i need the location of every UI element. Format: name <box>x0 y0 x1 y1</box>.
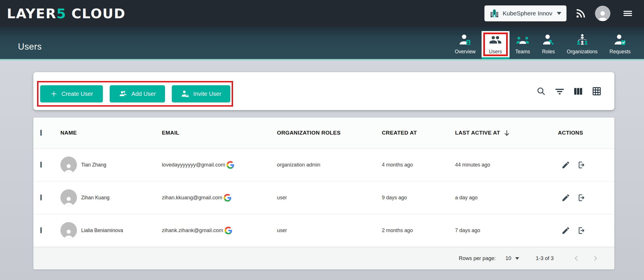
user-name: Zihan Kuang <box>81 195 109 201</box>
edit-icon[interactable] <box>561 193 570 202</box>
create-user-button[interactable]: Create User <box>40 85 103 102</box>
search-icon[interactable] <box>536 86 546 96</box>
last-active-at: 7 days ago <box>455 228 558 234</box>
filter-icon[interactable] <box>555 86 564 96</box>
logo-text-layer: LAYER <box>7 7 56 20</box>
organization-selector[interactable]: KubeSphere Innov <box>484 5 566 21</box>
tab-teams[interactable]: Teams <box>510 33 536 59</box>
tab-label: Overview <box>455 49 476 55</box>
grid-view-icon[interactable] <box>592 86 602 96</box>
logout-icon[interactable] <box>578 161 586 169</box>
created-at: 4 months ago <box>382 162 455 168</box>
row-checkbox[interactable] <box>40 227 42 233</box>
nav-tabs: Overview Users <box>449 31 644 59</box>
column-header-org-roles[interactable]: ORGANIZATION ROLES <box>277 130 382 136</box>
table-row: Zihan Kuang zihan.kkuang@gmail.com user … <box>33 181 614 214</box>
tab-label: Organizations <box>567 49 598 55</box>
hamburger-menu-icon[interactable] <box>622 9 633 18</box>
rss-icon[interactable] <box>575 8 586 19</box>
org-chart-icon <box>576 33 589 46</box>
pagination-range-label: 1-3 of 3 <box>536 255 554 261</box>
org-roles: user <box>277 195 382 201</box>
user-email: zihank.zihank@gmail.com <box>162 227 223 234</box>
organization-selector-label: KubeSphere Innov <box>503 10 552 17</box>
add-user-button[interactable]: Add User <box>110 85 165 102</box>
group-add-icon <box>119 90 127 98</box>
column-header-last-active-at[interactable]: LAST ACTIVE AT <box>455 129 558 137</box>
org-roles: user <box>277 228 382 234</box>
button-label: Add User <box>131 90 156 97</box>
active-tab-underline <box>482 57 510 59</box>
invite-user-button[interactable]: Invite User <box>172 85 230 102</box>
users-toolbar: Create User Add User <box>33 72 614 110</box>
edit-icon[interactable] <box>561 226 570 235</box>
tab-overview[interactable]: Overview <box>449 33 482 59</box>
column-header-email[interactable]: EMAIL <box>162 130 277 136</box>
button-label: Invite User <box>193 90 221 97</box>
logo-text-cloud: CLOUD <box>72 7 126 20</box>
google-icon <box>224 194 231 202</box>
tab-organizations[interactable]: Organizations <box>561 33 604 59</box>
user-email: zihan.kkuang@gmail.com <box>162 194 222 201</box>
rows-per-page-select[interactable]: 10 <box>506 255 519 261</box>
person-mail-icon <box>181 90 189 98</box>
tab-label: Teams <box>515 49 530 55</box>
last-active-at: a day ago <box>455 195 558 201</box>
chevron-down-icon <box>557 12 561 15</box>
google-icon <box>225 227 232 234</box>
tab-label: Roles <box>542 49 555 55</box>
avatar <box>60 157 77 173</box>
table-row: Tian Zhang lovedayyyyyyy@gmail.com organ… <box>33 149 614 181</box>
row-checkbox[interactable] <box>40 194 42 200</box>
tab-users[interactable]: Users <box>482 31 510 59</box>
layer5-cloud-logo[interactable]: LAYER5 CLOUD <box>7 7 126 20</box>
tab-label: Users <box>489 49 502 55</box>
tab-roles[interactable]: Roles <box>536 33 561 59</box>
logout-icon[interactable] <box>578 226 586 235</box>
chevron-right-icon[interactable] <box>592 255 599 262</box>
arrow-down-icon <box>503 129 511 137</box>
user-email: lovedayyyyyyy@gmail.com <box>162 162 225 168</box>
edit-icon[interactable] <box>561 161 570 169</box>
column-header-created-at[interactable]: CREATED AT <box>382 130 455 136</box>
section-navbar: Users Overview Users <box>0 27 644 60</box>
users-table: NAME EMAIL ORGANIZATION ROLES CREATED AT… <box>33 117 614 269</box>
people-icon <box>489 33 502 46</box>
user-name: Lialia Beniaminova <box>81 228 123 234</box>
table-header-row: NAME EMAIL ORGANIZATION ROLES CREATED AT… <box>33 117 614 149</box>
logo-text-5: 5 <box>56 7 66 20</box>
toolbar-buttons: Create User Add User <box>40 85 230 102</box>
building-icon <box>490 9 499 18</box>
view-columns-icon[interactable] <box>573 86 583 96</box>
avatar <box>60 222 77 239</box>
tab-requests[interactable]: Requests <box>604 33 637 59</box>
org-roles: organization admin <box>277 162 382 168</box>
user-name: Tian Zhang <box>81 162 106 168</box>
user-avatar-icon[interactable] <box>595 6 610 21</box>
created-at: 9 days ago <box>382 195 455 201</box>
avatar <box>60 189 77 206</box>
column-header-actions: ACTIONS <box>558 130 614 136</box>
last-active-at: 44 minutes ago <box>455 162 558 168</box>
created-at: 2 months ago <box>382 228 455 234</box>
team-icon <box>516 33 529 46</box>
google-icon <box>227 161 234 169</box>
button-label: Create User <box>62 90 93 97</box>
top-app-bar: LAYER5 CLOUD <box>0 0 644 27</box>
page-title: Users <box>18 42 42 52</box>
table-row: Lialia Beniaminova zihank.zihank@gmail.c… <box>33 214 614 247</box>
person-key-icon <box>542 33 555 46</box>
chevron-left-icon[interactable] <box>573 255 580 262</box>
table-pagination: Rows per page: 10 1-3 of 3 <box>33 247 614 269</box>
table-tools <box>536 86 602 96</box>
plus-icon <box>50 90 58 98</box>
tab-label: Requests <box>610 49 631 55</box>
column-header-name[interactable]: NAME <box>60 130 162 136</box>
chevron-down-icon <box>515 257 519 260</box>
select-all-checkbox[interactable] <box>40 130 42 136</box>
rows-per-page-label: Rows per page: <box>459 255 496 261</box>
row-checkbox[interactable] <box>40 162 42 168</box>
person-clipboard-icon <box>614 33 627 46</box>
person-badge-icon <box>459 33 472 46</box>
logout-icon[interactable] <box>578 193 586 202</box>
